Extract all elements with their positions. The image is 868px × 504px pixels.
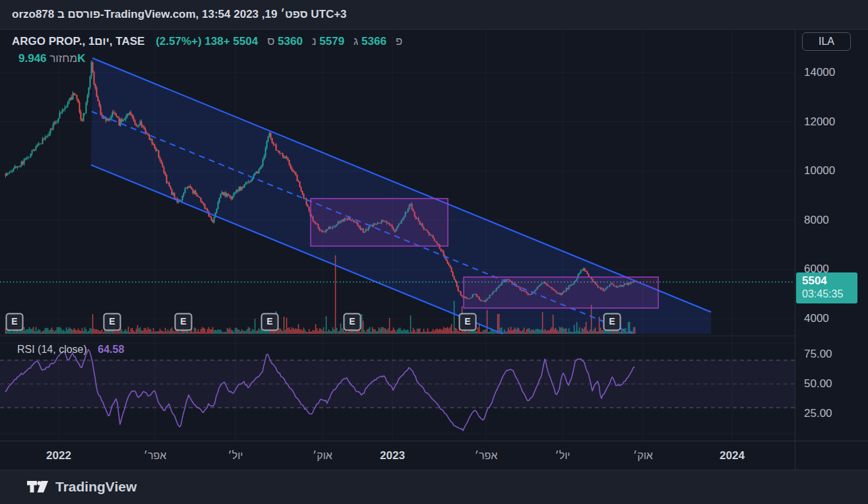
last-price-badge: 5504 03:45:35	[796, 272, 857, 303]
price-tick-label: 8000	[804, 214, 829, 227]
time-tick-month: יול׳	[555, 450, 571, 462]
ohlc-low-value: 5360	[278, 35, 303, 47]
time-tick-month: אוק׳	[313, 450, 332, 462]
tradingview-logo-icon	[26, 480, 49, 494]
publish-info-text: orzo878 פורסם ב-TradingView.com, 13:54 2…	[12, 0, 347, 29]
time-tick-month: אפר׳	[144, 450, 167, 462]
rsi-tick-label: 50.00	[804, 377, 832, 391]
volume-label: מחזור	[49, 52, 77, 65]
earnings-marker[interactable]: E	[6, 313, 24, 331]
rsi-tick-label: 75.00	[804, 348, 832, 361]
price-axis[interactable]: ILA 14000120001000080006000400075.0050.0…	[795, 29, 868, 470]
ohlc-open-value: 5366	[361, 35, 387, 47]
currency-toggle-ila[interactable]: ILA	[802, 32, 851, 51]
earnings-marker[interactable]: E	[175, 313, 193, 331]
ohlc-open-label: פ	[396, 35, 402, 47]
ohlc-close-label: ס	[267, 35, 274, 47]
earnings-marker[interactable]: E	[104, 313, 121, 331]
ohlc-high-label: ג	[354, 35, 358, 47]
ohlc-high-value: 5579	[319, 35, 344, 47]
price-tick-label: 10000	[804, 164, 835, 177]
time-axis[interactable]: 2022אפר׳יול׳אוק׳2023אפר׳יול׳אוק׳2024	[0, 441, 868, 470]
rsi-value: 64.58	[98, 344, 124, 355]
tradingview-logo[interactable]: TradingView	[26, 479, 137, 495]
earnings-marker[interactable]: E	[344, 313, 361, 331]
change-value: +138 (+2.57%)	[156, 35, 230, 47]
ohlc-low-label: נ	[312, 35, 317, 47]
tradingview-logo-text: TradingView	[55, 479, 137, 495]
price-chart-canvas[interactable]	[0, 0, 868, 504]
time-tick-month: אפר׳	[475, 450, 498, 462]
publish-topbar: orzo878 פורסם ב-TradingView.com, 13:54 2…	[0, 0, 868, 30]
price-tick-label: 4000	[804, 312, 829, 325]
footer-bar: TradingView	[0, 470, 868, 504]
price-tick-label: 12000	[804, 115, 835, 129]
earnings-marker[interactable]: E	[459, 313, 477, 331]
earnings-marker[interactable]: E	[261, 313, 279, 331]
price-tick-label: 14000	[804, 66, 835, 79]
rsi-title[interactable]: RSI (14, close)	[17, 344, 87, 355]
symbol-legend[interactable]: ARGO PROP., 1יום, TASE פ5366 ג5579 נ5360…	[12, 35, 402, 48]
rsi-tick-label: 25.00	[804, 407, 832, 420]
time-tick-year: 2024	[720, 449, 745, 462]
earnings-marker[interactable]: E	[604, 313, 621, 331]
time-tick-month: יול׳	[228, 450, 243, 462]
rsi-band	[0, 360, 795, 408]
ohlc-close-value: 5504	[233, 35, 258, 47]
time-tick-month: אוק׳	[633, 450, 653, 462]
volume-legend[interactable]: מחזור 9.946K	[12, 52, 85, 65]
tradingview-snapshot: { "topbar": { "text": "orzo878 פורסם ב-T…	[0, 0, 868, 504]
bar-countdown: 03:45:35	[802, 288, 857, 301]
symbol-title[interactable]: ARGO PROP., 1יום, TASE	[12, 35, 144, 47]
time-tick-year: 2023	[380, 449, 405, 462]
last-price-value: 5504	[802, 274, 857, 288]
time-tick-year: 2022	[46, 449, 71, 462]
rsi-legend[interactable]: RSI (14, close) 64.58	[17, 344, 124, 356]
